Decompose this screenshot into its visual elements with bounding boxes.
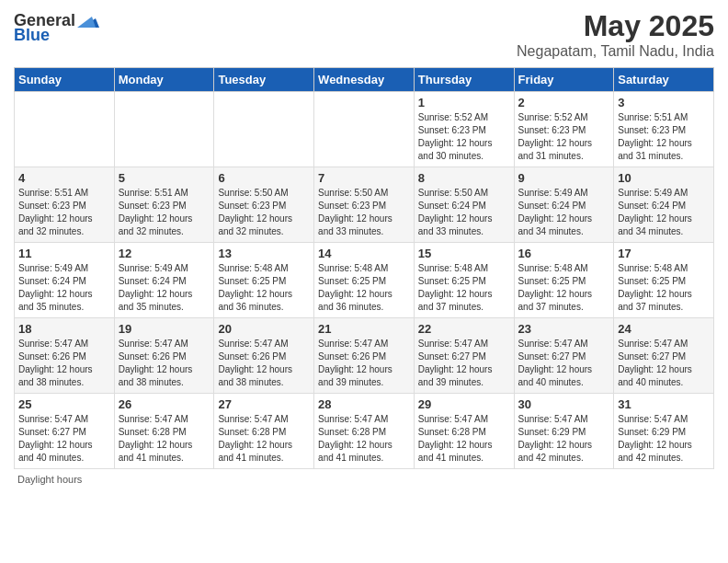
- day-number: 31: [618, 397, 710, 411]
- day-number: 7: [318, 171, 410, 185]
- calendar-cell-w2-d1: 4Sunrise: 5:51 AM Sunset: 6:23 PM Daylig…: [15, 167, 115, 243]
- day-number: 16: [518, 247, 610, 260]
- day-number: 21: [318, 322, 410, 336]
- day-number: 29: [418, 397, 510, 411]
- calendar-week-4: 18Sunrise: 5:47 AM Sunset: 6:26 PM Dayli…: [15, 318, 714, 394]
- calendar-cell-w4-d1: 18Sunrise: 5:47 AM Sunset: 6:26 PM Dayli…: [15, 318, 115, 394]
- day-number: 18: [18, 322, 110, 336]
- footer-label: Daylight hours: [14, 474, 714, 485]
- day-info: Sunrise: 5:48 AM Sunset: 6:25 PM Dayligh…: [318, 262, 410, 314]
- calendar-cell-w5-d7: 31Sunrise: 5:47 AM Sunset: 6:29 PM Dayli…: [614, 394, 714, 469]
- month-title: May 2025: [517, 9, 714, 43]
- logo-icon: [77, 9, 99, 31]
- day-number: 9: [518, 171, 610, 185]
- calendar-cell-w3-d7: 17Sunrise: 5:48 AM Sunset: 6:25 PM Dayli…: [614, 243, 714, 318]
- calendar-cell-w2-d3: 6Sunrise: 5:50 AM Sunset: 6:23 PM Daylig…: [214, 167, 314, 243]
- calendar-cell-w5-d2: 26Sunrise: 5:47 AM Sunset: 6:28 PM Dayli…: [114, 394, 214, 469]
- day-info: Sunrise: 5:50 AM Sunset: 6:23 PM Dayligh…: [218, 187, 310, 238]
- calendar-cell-w3-d2: 12Sunrise: 5:49 AM Sunset: 6:24 PM Dayli…: [114, 243, 214, 318]
- calendar-cell-w3-d6: 16Sunrise: 5:48 AM Sunset: 6:25 PM Dayli…: [514, 243, 614, 318]
- day-info: Sunrise: 5:47 AM Sunset: 6:27 PM Dayligh…: [518, 338, 610, 389]
- day-number: 15: [418, 247, 510, 260]
- header: General Blue May 2025 Negapatam, Tamil N…: [14, 9, 714, 60]
- calendar-header-row: Sunday Monday Tuesday Wednesday Thursday…: [15, 68, 714, 92]
- day-number: 19: [119, 322, 210, 336]
- day-info: Sunrise: 5:47 AM Sunset: 6:29 PM Dayligh…: [518, 413, 610, 465]
- calendar-cell-w4-d4: 21Sunrise: 5:47 AM Sunset: 6:26 PM Dayli…: [314, 318, 415, 394]
- day-number: 24: [618, 322, 710, 336]
- day-number: 22: [418, 322, 510, 336]
- day-number: 13: [218, 247, 310, 260]
- col-sunday: Sunday: [15, 68, 115, 92]
- col-friday: Friday: [514, 68, 614, 92]
- calendar-cell-w2-d4: 7Sunrise: 5:50 AM Sunset: 6:23 PM Daylig…: [314, 167, 415, 243]
- calendar-cell-w1-d1: [15, 92, 115, 167]
- location-title: Negapatam, Tamil Nadu, India: [517, 43, 714, 60]
- calendar-cell-w3-d5: 15Sunrise: 5:48 AM Sunset: 6:25 PM Dayli…: [414, 243, 514, 318]
- day-info: Sunrise: 5:47 AM Sunset: 6:26 PM Dayligh…: [18, 338, 110, 389]
- logo: General Blue: [14, 9, 99, 45]
- day-number: 28: [318, 397, 410, 411]
- col-saturday: Saturday: [614, 68, 714, 92]
- calendar-cell-w5-d4: 28Sunrise: 5:47 AM Sunset: 6:28 PM Dayli…: [314, 394, 415, 469]
- calendar-cell-w2-d5: 8Sunrise: 5:50 AM Sunset: 6:24 PM Daylig…: [414, 167, 514, 243]
- calendar-cell-w5-d1: 25Sunrise: 5:47 AM Sunset: 6:27 PM Dayli…: [15, 394, 115, 469]
- calendar-cell-w4-d3: 20Sunrise: 5:47 AM Sunset: 6:26 PM Dayli…: [214, 318, 314, 394]
- day-number: 11: [18, 247, 110, 260]
- day-info: Sunrise: 5:47 AM Sunset: 6:26 PM Dayligh…: [119, 338, 210, 389]
- col-tuesday: Tuesday: [214, 68, 314, 92]
- day-info: Sunrise: 5:48 AM Sunset: 6:25 PM Dayligh…: [218, 262, 310, 314]
- day-info: Sunrise: 5:50 AM Sunset: 6:23 PM Dayligh…: [318, 187, 410, 238]
- calendar-cell-w4-d5: 22Sunrise: 5:47 AM Sunset: 6:27 PM Dayli…: [414, 318, 514, 394]
- calendar-cell-w4-d6: 23Sunrise: 5:47 AM Sunset: 6:27 PM Dayli…: [514, 318, 614, 394]
- calendar-cell-w3-d4: 14Sunrise: 5:48 AM Sunset: 6:25 PM Dayli…: [314, 243, 415, 318]
- day-info: Sunrise: 5:47 AM Sunset: 6:28 PM Dayligh…: [318, 413, 410, 465]
- col-monday: Monday: [114, 68, 214, 92]
- col-wednesday: Wednesday: [314, 68, 415, 92]
- day-number: 30: [518, 397, 610, 411]
- calendar-cell-w5-d3: 27Sunrise: 5:47 AM Sunset: 6:28 PM Dayli…: [214, 394, 314, 469]
- day-info: Sunrise: 5:47 AM Sunset: 6:27 PM Dayligh…: [18, 413, 110, 465]
- svg-marker-1: [77, 17, 96, 28]
- day-number: 14: [318, 247, 410, 260]
- calendar-cell-w4-d2: 19Sunrise: 5:47 AM Sunset: 6:26 PM Dayli…: [114, 318, 214, 394]
- calendar-week-1: 1Sunrise: 5:52 AM Sunset: 6:23 PM Daylig…: [15, 92, 714, 167]
- day-info: Sunrise: 5:52 AM Sunset: 6:23 PM Dayligh…: [518, 111, 610, 163]
- day-info: Sunrise: 5:48 AM Sunset: 6:25 PM Dayligh…: [518, 262, 610, 314]
- day-info: Sunrise: 5:52 AM Sunset: 6:23 PM Dayligh…: [418, 111, 510, 163]
- day-info: Sunrise: 5:49 AM Sunset: 6:24 PM Dayligh…: [518, 187, 610, 238]
- calendar-cell-w3-d1: 11Sunrise: 5:49 AM Sunset: 6:24 PM Dayli…: [15, 243, 115, 318]
- day-info: Sunrise: 5:47 AM Sunset: 6:26 PM Dayligh…: [218, 338, 310, 389]
- day-number: 23: [518, 322, 610, 336]
- day-info: Sunrise: 5:47 AM Sunset: 6:28 PM Dayligh…: [418, 413, 510, 465]
- calendar-cell-w1-d6: 2Sunrise: 5:52 AM Sunset: 6:23 PM Daylig…: [514, 92, 614, 167]
- calendar-cell-w2-d2: 5Sunrise: 5:51 AM Sunset: 6:23 PM Daylig…: [114, 167, 214, 243]
- day-info: Sunrise: 5:49 AM Sunset: 6:24 PM Dayligh…: [119, 262, 210, 314]
- day-number: 1: [418, 96, 510, 109]
- calendar-week-5: 25Sunrise: 5:47 AM Sunset: 6:27 PM Dayli…: [15, 394, 714, 469]
- day-number: 5: [119, 171, 210, 185]
- day-number: 20: [218, 322, 310, 336]
- day-number: 27: [218, 397, 310, 411]
- calendar-week-2: 4Sunrise: 5:51 AM Sunset: 6:23 PM Daylig…: [15, 167, 714, 243]
- calendar-cell-w2-d6: 9Sunrise: 5:49 AM Sunset: 6:24 PM Daylig…: [514, 167, 614, 243]
- day-number: 25: [18, 397, 110, 411]
- calendar-cell-w5-d5: 29Sunrise: 5:47 AM Sunset: 6:28 PM Dayli…: [414, 394, 514, 469]
- day-info: Sunrise: 5:50 AM Sunset: 6:24 PM Dayligh…: [418, 187, 510, 238]
- calendar-cell-w4-d7: 24Sunrise: 5:47 AM Sunset: 6:27 PM Dayli…: [614, 318, 714, 394]
- calendar-cell-w2-d7: 10Sunrise: 5:49 AM Sunset: 6:24 PM Dayli…: [614, 167, 714, 243]
- col-thursday: Thursday: [414, 68, 514, 92]
- calendar-cell-w1-d2: [114, 92, 214, 167]
- day-info: Sunrise: 5:47 AM Sunset: 6:27 PM Dayligh…: [418, 338, 510, 389]
- day-info: Sunrise: 5:49 AM Sunset: 6:24 PM Dayligh…: [618, 187, 710, 238]
- day-number: 8: [418, 171, 510, 185]
- title-area: May 2025 Negapatam, Tamil Nadu, India: [517, 9, 714, 60]
- calendar-cell-w1-d5: 1Sunrise: 5:52 AM Sunset: 6:23 PM Daylig…: [414, 92, 514, 167]
- day-info: Sunrise: 5:48 AM Sunset: 6:25 PM Dayligh…: [618, 262, 710, 314]
- calendar-cell-w5-d6: 30Sunrise: 5:47 AM Sunset: 6:29 PM Dayli…: [514, 394, 614, 469]
- calendar-table: Sunday Monday Tuesday Wednesday Thursday…: [14, 67, 714, 469]
- calendar-cell-w1-d3: [214, 92, 314, 167]
- day-number: 12: [119, 247, 210, 260]
- day-number: 17: [618, 247, 710, 260]
- day-info: Sunrise: 5:48 AM Sunset: 6:25 PM Dayligh…: [418, 262, 510, 314]
